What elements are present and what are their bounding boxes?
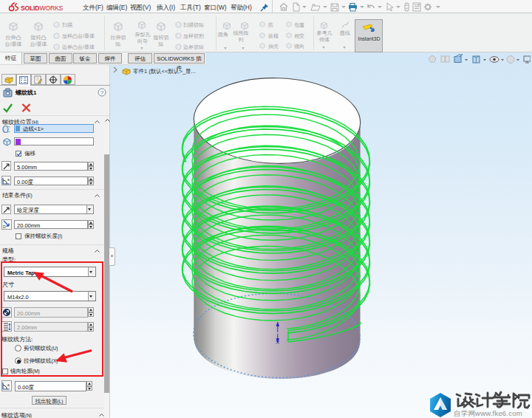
svg-text:a: a: [7, 177, 10, 182]
svg-text:WORKS: WORKS: [40, 4, 64, 12]
svg-text:a: a: [7, 383, 10, 387]
svg-text:?: ?: [100, 89, 104, 96]
svg-text:D: D: [3, 225, 6, 229]
svg-text:SOLID: SOLID: [21, 4, 39, 12]
